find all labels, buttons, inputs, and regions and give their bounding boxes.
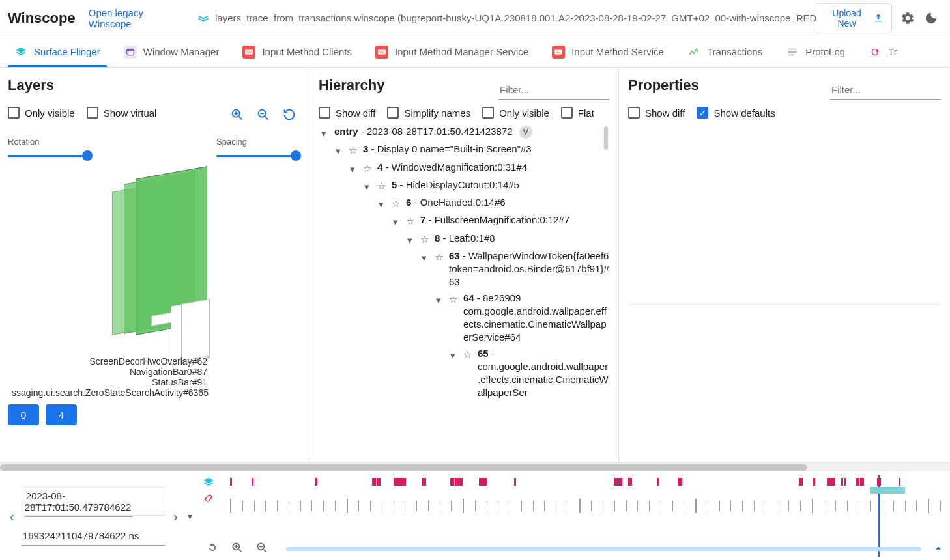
timestamp-format-dropdown[interactable]: ▾ <box>185 511 195 522</box>
tree-node[interactable]: ▾ ☆ 8 - Leaf:0:1#8 <box>407 232 609 247</box>
zoom-in-icon[interactable] <box>227 538 247 557</box>
animation-icon <box>869 46 882 59</box>
timestamp-ns-field[interactable]: 1693242110479784622 ns <box>22 526 165 546</box>
svg-line-20 <box>239 117 242 120</box>
hierarchy-heading: Hierarchy <box>319 77 385 94</box>
expander-icon[interactable]: ▾ <box>321 127 330 140</box>
timeline-track-area[interactable] <box>201 475 947 557</box>
horizontal-scrollbar[interactable] <box>0 462 950 471</box>
expander-icon[interactable]: ▾ <box>393 216 402 229</box>
trace-tabs: Surface Flinger Window Manager Input Met… <box>0 36 950 68</box>
timeline-icon <box>687 46 700 59</box>
tab-surface-flinger[interactable]: Surface Flinger <box>3 36 112 67</box>
layers-icon <box>203 477 214 488</box>
expander-icon[interactable]: ▾ <box>450 349 459 362</box>
timeline-selection[interactable] <box>870 487 906 494</box>
star-icon[interactable]: ☆ <box>392 197 402 210</box>
tree-node[interactable]: ▾ ☆ 64 - 8e26909 com.google.android.wall… <box>436 292 609 344</box>
expander-icon[interactable]: ▾ <box>422 251 431 264</box>
tab-protolog[interactable]: ProtoLog <box>774 36 857 67</box>
timeline-ticks <box>230 497 941 514</box>
star-icon[interactable]: ☆ <box>363 162 373 175</box>
tab-input-method-service[interactable]: Input Method Service <box>540 36 676 67</box>
properties-show-diff-checkbox[interactable]: Show diff <box>628 107 685 119</box>
prev-frame-button[interactable]: ‹ <box>7 509 18 524</box>
notes-icon <box>786 46 799 59</box>
tree-node-entry[interactable]: ▾ entry - 2023-08-28T17:01:50.421423872 … <box>321 125 609 140</box>
tree-node[interactable]: ▾ ☆ 4 - WindowedMagnification:0:31#4 <box>350 161 609 176</box>
timeline-zoom-slider[interactable] <box>286 547 921 551</box>
properties-panel: Properties Show diff Show defaults <box>619 68 950 462</box>
expander-icon[interactable]: ▾ <box>350 163 359 176</box>
expand-timeline-icon[interactable] <box>932 542 945 555</box>
visible-badge: V <box>519 126 532 139</box>
svg-rect-11 <box>382 51 383 51</box>
timestamp-human-field[interactable]: 2023-08-28T17:01:50.479784622 <box>25 486 132 517</box>
svg-rect-15 <box>557 51 558 51</box>
zoom-out-icon[interactable] <box>252 103 275 126</box>
svg-rect-1 <box>126 49 134 51</box>
hierarchy-tree: ▾ entry - 2023-08-28T17:01:50.421423872 … <box>319 122 609 426</box>
star-icon[interactable]: ☆ <box>349 144 359 157</box>
layers-heading: Layers <box>8 77 54 94</box>
flat-checkbox[interactable]: Flat <box>561 107 594 119</box>
layers-panel: Layers Only visible Show virtual <box>0 68 309 462</box>
tab-input-method-clients[interactable]: Input Method Clients <box>231 36 364 67</box>
trace-file-chip: layers_trace_from_transactions.winscope … <box>197 12 816 25</box>
star-icon[interactable]: ☆ <box>377 180 388 193</box>
star-icon[interactable]: ☆ <box>463 348 474 361</box>
hierarchy-only-visible-checkbox[interactable]: Only visible <box>482 107 549 119</box>
dark-mode-icon[interactable] <box>921 7 942 30</box>
hierarchy-panel: Hierarchy Show diff Simplify names Only … <box>309 68 619 462</box>
hierarchy-show-diff-checkbox[interactable]: Show diff <box>319 107 375 119</box>
next-frame-button[interactable]: › <box>170 509 181 524</box>
star-icon[interactable]: ☆ <box>435 251 445 264</box>
settings-icon[interactable] <box>896 7 919 30</box>
app-title: Winscope <box>8 10 76 27</box>
tab-window-manager[interactable]: Window Manager <box>112 36 231 67</box>
svg-rect-6 <box>251 51 252 51</box>
svg-rect-2 <box>246 49 253 54</box>
layers-3d-view[interactable]: ScreenDecorHwcOverlay#62 NavigationBar0#… <box>8 166 301 400</box>
expander-icon[interactable]: ▾ <box>364 180 373 193</box>
expander-icon[interactable]: ▾ <box>407 234 416 247</box>
properties-filter-input[interactable] <box>830 80 941 100</box>
tree-node[interactable]: ▾ ☆ 3 - Display 0 name="Built-in Screen"… <box>336 143 609 158</box>
zoom-out-icon[interactable] <box>252 538 272 557</box>
tab-transitions[interactable]: Tr <box>857 36 900 67</box>
keyboard-icon <box>552 46 565 59</box>
only-visible-checkbox[interactable]: Only visible <box>8 107 75 119</box>
open-legacy-link[interactable]: Open legacy Winscope <box>89 7 181 29</box>
svg-rect-3 <box>246 51 247 51</box>
show-virtual-checkbox[interactable]: Show virtual <box>87 107 157 119</box>
rotation-slider[interactable] <box>8 150 93 161</box>
zoom-in-icon[interactable] <box>225 103 249 126</box>
display-chip-4[interactable]: 4 <box>46 404 77 425</box>
expander-icon[interactable]: ▾ <box>336 145 345 158</box>
upload-new-button[interactable]: Upload New <box>816 3 892 33</box>
tree-node[interactable]: ▾ ☆ 5 - HideDisplayCutout:0:14#5 <box>364 178 609 193</box>
star-icon[interactable]: ☆ <box>420 233 431 246</box>
tab-input-method-manager-service[interactable]: Input Method Manager Service <box>364 36 540 67</box>
svg-rect-9 <box>379 51 380 51</box>
app-header: Winscope Open legacy Winscope layers_tra… <box>0 0 950 36</box>
tree-node[interactable]: ▾ ☆ 63 - WallpaperWindowToken{fa0eef6 to… <box>422 249 609 289</box>
show-defaults-checkbox[interactable]: Show defaults <box>697 107 775 119</box>
hierarchy-filter-input[interactable] <box>498 80 609 100</box>
tree-node[interactable]: ▾ ☆ 65 - com.google.android.wallpaper.ef… <box>450 347 609 400</box>
star-icon[interactable]: ☆ <box>406 215 416 228</box>
star-icon[interactable]: ☆ <box>449 293 459 306</box>
reset-icon[interactable] <box>278 103 301 126</box>
svg-rect-10 <box>381 51 381 51</box>
display-chip-0[interactable]: 0 <box>8 404 39 425</box>
expander-icon[interactable]: ▾ <box>436 294 445 307</box>
rotation-label: Rotation <box>8 137 93 147</box>
svg-rect-7 <box>248 52 252 53</box>
tab-transactions[interactable]: Transactions <box>676 36 774 67</box>
simplify-names-checkbox[interactable]: Simplify names <box>387 107 470 119</box>
expander-icon[interactable]: ▾ <box>379 198 388 211</box>
spacing-slider[interactable] <box>216 150 301 161</box>
tree-node[interactable]: ▾ ☆ 6 - OneHanded:0:14#6 <box>379 196 609 211</box>
tree-node[interactable]: ▾ ☆ 7 - FullscreenMagnification:0:12#7 <box>393 214 609 229</box>
refresh-icon[interactable] <box>203 538 222 557</box>
